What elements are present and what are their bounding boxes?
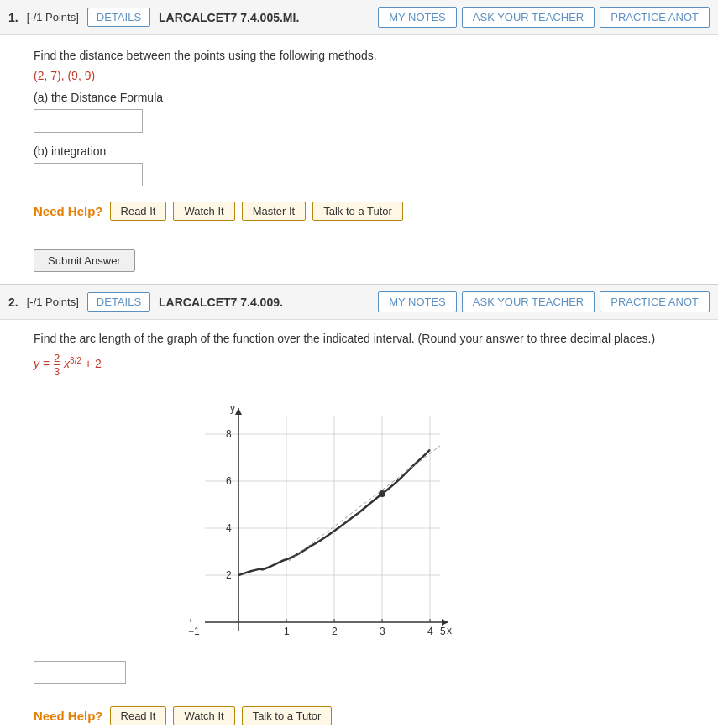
submit-answer-button-1[interactable]: Submit Answer [34,249,135,272]
x-tick-4: 4 [427,626,433,637]
x-tick-5: 5 [440,626,446,637]
watch-it-button-1[interactable]: Watch It [173,202,234,221]
practice-button-2[interactable]: PRACTICE ANOT [600,291,710,312]
talk-tutor-button-1[interactable]: Talk to a Tutor [312,202,403,221]
x-tick-1: 1 [284,626,290,637]
problem-2-formula: y = 2 3 x3/2 + 2 [34,352,684,378]
problem-2-header: 2. [-/1 Points] DETAILS LARCALCET7 7.4.0… [0,285,718,320]
problem-2-question: Find the arc length of the graph of the … [34,332,684,345]
problem-2-need-help: Need Help? Read It Watch It Talk to a Tu… [34,706,684,725]
y-axis-label: y [230,402,235,414]
part-a-input[interactable] [34,109,143,133]
problem-1-part-b: (b) integration [34,144,684,186]
my-notes-button-2[interactable]: MY NOTES [378,291,457,312]
problem-1-header-actions: MY NOTES ASK YOUR TEACHER PRACTICE ANOT [378,7,710,28]
part-b-input[interactable] [34,163,143,186]
problem-1-coords: (2, 7), (9, 9) [34,69,684,82]
x-tick-3: 3 [380,626,385,637]
read-it-button-2[interactable]: Read It [110,706,167,725]
y-tick-8: 8 [226,428,232,440]
problem-1-details-button[interactable]: DETAILS [87,8,150,27]
problem-1-question: Find the distance between the points usi… [34,49,684,62]
graph-svg: x y −1 1 2 3 4 5 2 4 6 8 [180,400,465,677]
problem-2-points: [-/1 Points] [27,296,79,308]
problem-1-header: 1. [-/1 Points] DETAILS LARCALCET7 7.4.0… [0,0,718,35]
graph-container: x y −1 1 2 3 4 5 2 4 6 8 [180,400,465,677]
x-tick-2: 2 [332,626,338,637]
problem-1-id: LARCALCET7 7.4.005.MI. [159,11,369,24]
problem-2-header-actions: MY NOTES ASK YOUR TEACHER PRACTICE ANOT [378,291,710,312]
part-a-label: (a) the Distance Formula [34,91,684,104]
problem-1-body: Find the distance between the points usi… [0,35,718,243]
problem-1-points: [-/1 Points] [27,11,79,24]
x-tick--1: −1 [188,626,200,637]
problem-1-part-a: (a) the Distance Formula [34,91,684,133]
problem-2: 2. [-/1 Points] DETAILS LARCALCET7 7.4.0… [0,285,718,728]
problem-1-need-help: Need Help? Read It Watch It Master It Ta… [34,202,684,221]
y-axis-arrow [235,408,242,415]
reference-line [289,446,440,561]
problem-2-number: 2. [8,296,18,309]
y-tick-6: 6 [226,475,232,487]
watch-it-button-2[interactable]: Watch It [173,706,234,725]
practice-button-1[interactable]: PRACTICE ANOT [600,7,710,28]
talk-tutor-button-2[interactable]: Talk to a Tutor [242,706,333,725]
x-axis-label: x [447,625,452,636]
master-it-button-1[interactable]: Master It [242,202,307,221]
problem-1-submit-row: Submit Answer [0,243,718,284]
need-help-label-1: Need Help? [34,204,103,218]
my-notes-button-1[interactable]: MY NOTES [378,7,457,28]
problem-1-number: 1. [8,11,18,24]
problem-2-answer-input[interactable] [34,661,126,684]
ask-teacher-button-1[interactable]: ASK YOUR TEACHER [462,7,595,28]
y-tick-2: 2 [226,569,232,581]
problem-2-id: LARCALCET7 7.4.009. [159,296,369,309]
need-help-label-2: Need Help? [34,709,103,723]
problem-2-details-button[interactable]: DETAILS [87,292,150,312]
problem-1: 1. [-/1 Points] DETAILS LARCALCET7 7.4.0… [0,0,718,285]
y-tick-4: 4 [226,522,232,534]
ask-teacher-button-2[interactable]: ASK YOUR TEACHER [462,291,595,312]
problem-2-body: Find the arc length of the graph of the … [0,320,718,728]
part-b-label: (b) integration [34,144,684,158]
read-it-button-1[interactable]: Read It [110,202,167,221]
